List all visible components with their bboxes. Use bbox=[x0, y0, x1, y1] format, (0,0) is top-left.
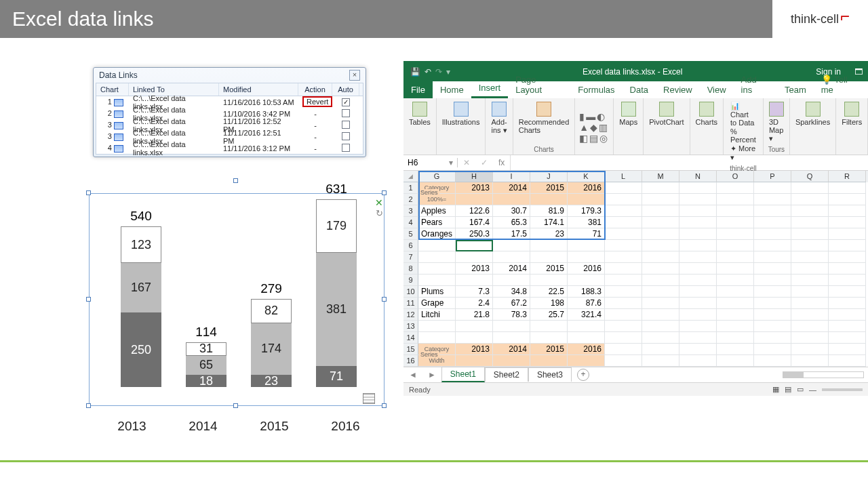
sheet-nav-left[interactable]: ◄ bbox=[403, 370, 422, 380]
zoom-slider[interactable] bbox=[822, 388, 863, 391]
grid-row[interactable]: 11Grape2.467.219887.6 bbox=[403, 298, 868, 309]
stacked-bar-chart[interactable]: 540 123 167 250 114 31 65 18 279 82 174 … bbox=[83, 178, 390, 436]
grid-row[interactable]: 6 bbox=[403, 240, 868, 251]
resize-handle[interactable] bbox=[86, 190, 91, 195]
grid-row[interactable]: 14 bbox=[403, 332, 868, 344]
excel-title-bar: 💾 ↶ ↷ ▾ Excel data links.xlsx - Excel Si… bbox=[403, 62, 868, 81]
tab-team[interactable]: Team bbox=[777, 81, 814, 98]
grid-row[interactable]: 4Pears167.465.3174.1381 bbox=[403, 217, 868, 228]
auto-checkbox[interactable] bbox=[342, 132, 350, 140]
refresh-icon[interactable]: ↻ bbox=[376, 208, 383, 218]
enter-icon[interactable]: ✓ bbox=[475, 158, 493, 167]
auto-checkbox[interactable] bbox=[342, 144, 350, 152]
column-header[interactable]: N bbox=[679, 171, 717, 182]
column-header[interactable]: J bbox=[530, 171, 568, 182]
tc-chart-to-data[interactable]: 📊 Chart to Data bbox=[730, 102, 756, 127]
grid-row[interactable]: 3Apples122.630.781.9179.3 bbox=[403, 205, 868, 217]
sheet-tab-3[interactable]: Sheet3 bbox=[528, 367, 572, 382]
redo-icon[interactable]: ↷ bbox=[435, 67, 442, 77]
illustrations-button[interactable]: Illustrations bbox=[441, 100, 481, 127]
resize-handle[interactable] bbox=[233, 178, 238, 183]
auto-checkbox[interactable] bbox=[342, 109, 350, 117]
tab-view[interactable]: View bbox=[700, 81, 734, 98]
tab-home[interactable]: Home bbox=[433, 81, 471, 98]
column-header[interactable]: Q bbox=[791, 171, 829, 182]
column-header[interactable]: M bbox=[642, 171, 679, 182]
view-normal-icon[interactable]: ▦ bbox=[772, 385, 779, 394]
tab-page-layout[interactable]: Page Layout bbox=[508, 71, 570, 98]
data-link-row[interactable]: 4 C:\...\Excel data links.xlsx11/11/2016… bbox=[96, 142, 363, 154]
tc-percent[interactable]: % Percent bbox=[730, 127, 756, 144]
resize-handle[interactable] bbox=[382, 190, 387, 195]
pivotchart-button[interactable]: PivotChart bbox=[648, 100, 685, 127]
maps-button[interactable]: Maps bbox=[618, 100, 639, 127]
save-icon[interactable]: 💾 bbox=[410, 67, 420, 77]
column-header[interactable]: P bbox=[754, 171, 791, 182]
grid-row[interactable]: 9 bbox=[403, 274, 868, 286]
view-layout-icon[interactable]: ▤ bbox=[785, 385, 791, 394]
footer-divider bbox=[0, 460, 868, 462]
data-links-dialog: Data Links × Chart Linked To Modified Ac… bbox=[93, 67, 366, 157]
x-axis-label: 2016 bbox=[310, 419, 381, 434]
column-header[interactable]: G bbox=[418, 171, 456, 182]
charts-button[interactable]: Charts bbox=[694, 100, 719, 127]
tab-review[interactable]: Review bbox=[656, 81, 700, 98]
grid-row[interactable]: 13 bbox=[403, 321, 868, 332]
resize-handle[interactable] bbox=[86, 297, 91, 302]
view-break-icon[interactable]: ▭ bbox=[797, 385, 804, 394]
slide-title-bar: Excel data links bbox=[0, 0, 868, 38]
column-header[interactable]: O bbox=[717, 171, 754, 182]
resize-handle[interactable] bbox=[382, 297, 387, 302]
chart-type-icons[interactable]: ▮▬◐▲◆▥◧▤◎ bbox=[579, 111, 609, 144]
grid-row[interactable]: 16Width bbox=[403, 355, 868, 367]
tab-addins[interactable]: Add-ins bbox=[734, 71, 777, 98]
bar-column[interactable]: 279 82 174 23 bbox=[251, 382, 292, 387]
column-header[interactable]: L bbox=[605, 171, 642, 182]
sparklines-button[interactable]: Sparklines bbox=[794, 100, 831, 127]
tab-insert[interactable]: Insert bbox=[471, 79, 509, 98]
tell-me[interactable]: 💡 Tell me bbox=[814, 71, 868, 98]
auto-checkbox[interactable] bbox=[342, 121, 350, 129]
bar-column[interactable]: 114 31 65 18 bbox=[186, 375, 226, 387]
column-header[interactable]: K bbox=[568, 171, 605, 182]
grid-row[interactable]: 7 bbox=[403, 251, 868, 263]
grid-row[interactable]: 10Plums7.334.822.5188.3 bbox=[403, 286, 868, 298]
cancel-icon[interactable]: ✕ bbox=[458, 158, 475, 167]
x-axis-label: 2013 bbox=[96, 419, 167, 434]
undo-icon[interactable]: ↶ bbox=[425, 67, 431, 77]
grid-row[interactable]: 15Category2013201420152016 bbox=[403, 344, 868, 355]
addins-button[interactable]: Add-ins ▾ bbox=[490, 100, 508, 136]
resize-handle[interactable] bbox=[86, 403, 91, 408]
tab-file[interactable]: File bbox=[403, 81, 433, 98]
horizontal-scrollbar[interactable] bbox=[783, 371, 864, 378]
grid-row[interactable]: 5Oranges250.317.52371 bbox=[403, 228, 868, 240]
fx-icon[interactable]: fx bbox=[493, 158, 510, 167]
grid-row[interactable]: 82013201420152016 bbox=[403, 263, 868, 274]
new-sheet-button[interactable]: + bbox=[577, 369, 589, 381]
tab-formulas[interactable]: Formulas bbox=[570, 81, 622, 98]
tables-button[interactable]: Tables bbox=[408, 100, 432, 127]
tab-data[interactable]: Data bbox=[623, 81, 656, 98]
sheet-nav-right[interactable]: ► bbox=[422, 370, 441, 380]
filters-button[interactable]: Filters bbox=[840, 100, 863, 127]
revert-button[interactable]: Revert bbox=[302, 96, 332, 107]
formula-input[interactable] bbox=[510, 155, 868, 170]
3d-map-button[interactable]: 3D Map ▾ bbox=[768, 100, 785, 144]
column-header[interactable]: H bbox=[456, 171, 493, 182]
grid-row[interactable]: 2100%= bbox=[403, 194, 868, 205]
column-header[interactable]: I bbox=[493, 171, 530, 182]
name-box[interactable]: H6▾ bbox=[403, 158, 458, 167]
sheet-tab-2[interactable]: Sheet2 bbox=[485, 367, 528, 382]
page-title: Excel data links bbox=[12, 7, 153, 30]
data-sheet-icon[interactable] bbox=[363, 393, 375, 404]
grid-row[interactable]: 12Litchi21.878.325.7321.4 bbox=[403, 309, 868, 321]
delete-icon[interactable]: ✕ bbox=[375, 197, 383, 208]
recommended-charts-button[interactable]: Recommended Charts bbox=[517, 100, 571, 136]
dialog-close-icon[interactable]: × bbox=[349, 70, 360, 81]
column-header[interactable]: R bbox=[829, 171, 866, 182]
auto-checkbox[interactable]: ✓ bbox=[342, 98, 350, 106]
grid-row[interactable]: 1Category2013201420152016 bbox=[403, 182, 868, 194]
resize-handle[interactable] bbox=[382, 403, 387, 408]
spreadsheet-grid[interactable]: ◢GHIJKLMNOPQR 1Category20132014201520162… bbox=[403, 171, 868, 367]
sheet-tab-1[interactable]: Sheet1 bbox=[441, 367, 485, 382]
